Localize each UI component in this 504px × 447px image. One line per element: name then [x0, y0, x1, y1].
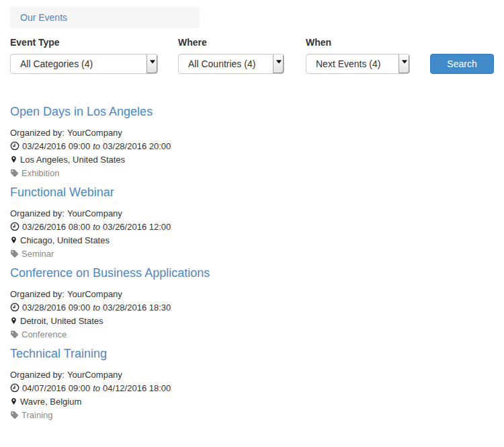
search-button-column: Search	[430, 37, 494, 74]
event-card: Functional Webinar Organized by:YourComp…	[10, 186, 494, 261]
event-title-link[interactable]: Technical Training	[10, 347, 107, 360]
clock-icon	[10, 383, 19, 393]
date-separator: to	[93, 222, 100, 232]
event-type-selected-value: All Categories (4)	[11, 54, 93, 73]
map-marker-icon	[10, 316, 17, 325]
map-marker-icon	[10, 235, 17, 245]
event-location-line: Chicago, United States	[10, 234, 494, 247]
event-list: Open Days in Los Angeles Organized by:Yo…	[10, 105, 494, 422]
event-date-line: 04/07/2016 09:00to04/12/2016 18:00	[10, 382, 494, 395]
organized-by-label: Organized by:	[10, 128, 65, 138]
filter-where-label: Where	[178, 37, 284, 48]
tag-icon	[10, 411, 19, 419]
filter-event-type: Event Type All Categories (4)	[10, 37, 158, 74]
organized-by-label: Organized by:	[10, 289, 65, 299]
where-select[interactable]: All Countries (4)	[178, 54, 284, 74]
event-tag-line: Exhibition	[10, 167, 494, 180]
event-tag: Seminar	[22, 249, 54, 259]
event-tag-line: Seminar	[10, 247, 494, 261]
event-location-line: Los Angeles, United States	[10, 153, 494, 167]
when-select[interactable]: Next Events (4)	[306, 54, 410, 74]
search-button[interactable]: Search	[430, 54, 494, 74]
event-date-line: 03/28/2016 09:00to03/28/2016 18:30	[10, 301, 494, 315]
clock-icon	[10, 302, 19, 312]
event-date-end: 03/28/2016 18:30	[103, 302, 171, 313]
event-date-start: 03/26/2016 08:00	[22, 222, 90, 232]
when-selected-value: Next Events (4)	[306, 54, 380, 73]
tag-icon	[10, 330, 19, 339]
clock-icon	[10, 222, 19, 231]
page-container: Our Events Event Type All Categories (4)…	[0, 0, 504, 422]
event-date-end: 04/12/2016 18:00	[103, 383, 171, 393]
event-location-line: Detroit, United States	[10, 315, 494, 328]
event-date-start: 03/24/2016 09:00	[22, 141, 90, 151]
event-date-end: 03/28/2016 20:00	[103, 141, 171, 151]
event-location-line: Wavre, Belgium	[10, 395, 494, 409]
event-title-link[interactable]: Conference on Business Applications	[10, 266, 210, 280]
organizer-name: YourCompany	[67, 208, 122, 218]
event-organizer-line: Organized by:YourCompany	[10, 207, 494, 220]
event-title-link[interactable]: Open Days in Los Angeles	[10, 105, 153, 118]
organizer-name: YourCompany	[67, 128, 122, 138]
event-location: Chicago, United States	[20, 235, 110, 245]
date-separator: to	[93, 383, 100, 393]
event-location: Wavre, Belgium	[20, 397, 81, 407]
organized-by-label: Organized by:	[10, 208, 65, 218]
organizer-name: YourCompany	[67, 289, 122, 299]
event-date-end: 03/26/2016 12:00	[103, 222, 171, 232]
event-tag: Conference	[22, 329, 67, 339]
filter-when-label: When	[306, 37, 410, 48]
event-organizer-line: Organized by:YourCompany	[10, 288, 494, 301]
filter-when: When Next Events (4)	[306, 37, 410, 74]
event-tag-line: Training	[10, 409, 494, 422]
event-tag: Training	[22, 410, 52, 420]
event-title-link[interactable]: Functional Webinar	[10, 186, 114, 199]
organizer-name: YourCompany	[67, 370, 122, 380]
breadcrumb-link-our-events[interactable]: Our Events	[20, 12, 67, 23]
event-card: Technical Training Organized by:YourComp…	[10, 347, 494, 422]
event-search-filters: Event Type All Categories (4) Where All …	[10, 37, 494, 74]
tag-icon	[10, 249, 19, 258]
chevron-down-icon	[273, 54, 284, 73]
filter-where: Where All Countries (4)	[178, 37, 284, 74]
where-selected-value: All Countries (4)	[179, 54, 255, 73]
event-card: Open Days in Los Angeles Organized by:Yo…	[10, 105, 494, 180]
filter-event-type-label: Event Type	[10, 37, 158, 48]
event-tag-line: Conference	[10, 328, 494, 341]
event-organizer-line: Organized by:YourCompany	[10, 368, 494, 382]
date-separator: to	[93, 141, 100, 151]
tag-icon	[10, 169, 19, 177]
event-location: Detroit, United States	[20, 316, 103, 326]
map-marker-icon	[10, 397, 17, 406]
organized-by-label: Organized by:	[10, 370, 65, 380]
event-date-line: 03/24/2016 09:00to03/28/2016 20:00	[10, 140, 494, 153]
event-date-line: 03/26/2016 08:00to03/26/2016 12:00	[10, 220, 494, 234]
chevron-down-icon	[146, 54, 157, 73]
map-marker-icon	[10, 155, 17, 164]
event-tag: Exhibition	[22, 168, 59, 178]
event-location: Los Angeles, United States	[20, 155, 125, 165]
breadcrumb: Our Events	[10, 7, 200, 28]
chevron-down-icon	[398, 54, 409, 73]
event-date-start: 03/28/2016 09:00	[22, 302, 90, 313]
event-card: Conference on Business Applications Orga…	[10, 266, 494, 341]
event-organizer-line: Organized by:YourCompany	[10, 126, 494, 140]
date-separator: to	[93, 302, 100, 313]
event-date-start: 04/07/2016 09:00	[22, 383, 90, 393]
event-type-select[interactable]: All Categories (4)	[10, 54, 158, 74]
clock-icon	[10, 141, 19, 151]
